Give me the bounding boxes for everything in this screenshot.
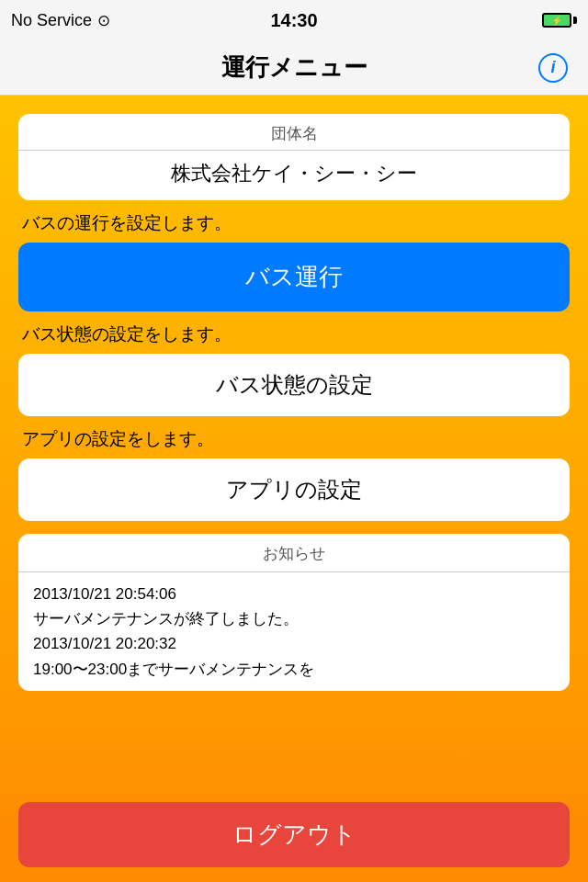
navigation-bar: 運行メニュー i <box>0 40 588 96</box>
organization-label: 団体名 <box>18 114 570 151</box>
battery-icon: ⚡ <box>542 13 577 28</box>
wifi-icon: ⊙ <box>97 11 110 30</box>
notice-text: 2013/10/21 20:54:06サーバメンテナンスが終了しました。2013… <box>33 585 314 678</box>
bus-operation-description: バスの運行を設定します。 <box>22 211 570 235</box>
clock: 14:30 <box>270 10 317 31</box>
battery-body: ⚡ <box>542 13 571 28</box>
info-circle-icon: i <box>538 53 568 83</box>
app-settings-description: アプリの設定をします。 <box>22 427 570 451</box>
bus-operation-button[interactable]: バス運行 <box>18 243 570 311</box>
organization-value: 株式会社ケイ・シー・シー <box>18 151 570 200</box>
notice-body: 2013/10/21 20:54:06サーバメンテナンスが終了しました。2013… <box>18 572 570 691</box>
bus-status-button[interactable]: バス状態の設定 <box>18 354 570 416</box>
carrier-text: No Service <box>11 11 92 30</box>
notice-section: お知らせ 2013/10/21 20:54:06サーバメンテナンスが終了しました… <box>18 534 570 691</box>
logout-bar: ログアウト <box>0 791 588 882</box>
carrier-info: No Service ⊙ <box>11 11 110 30</box>
notice-header: お知らせ <box>18 534 570 572</box>
battery-area: ⚡ <box>542 13 577 28</box>
battery-bolt: ⚡ <box>551 16 562 26</box>
organization-card: 団体名 株式会社ケイ・シー・シー <box>18 114 570 200</box>
app-settings-button[interactable]: アプリの設定 <box>18 458 570 521</box>
nav-title: 運行メニュー <box>221 51 368 84</box>
bus-status-description: バス状態の設定をします。 <box>22 322 570 346</box>
status-bar: No Service ⊙ 14:30 ⚡ <box>0 0 588 40</box>
notice-card: お知らせ 2013/10/21 20:54:06サーバメンテナンスが終了しました… <box>18 534 570 691</box>
main-content: 団体名 株式会社ケイ・シー・シー バスの運行を設定します。 バス運行 バス状態の… <box>0 96 588 882</box>
battery-tip <box>573 17 577 24</box>
logout-button[interactable]: ログアウト <box>18 802 570 867</box>
info-button[interactable]: i <box>537 51 570 85</box>
